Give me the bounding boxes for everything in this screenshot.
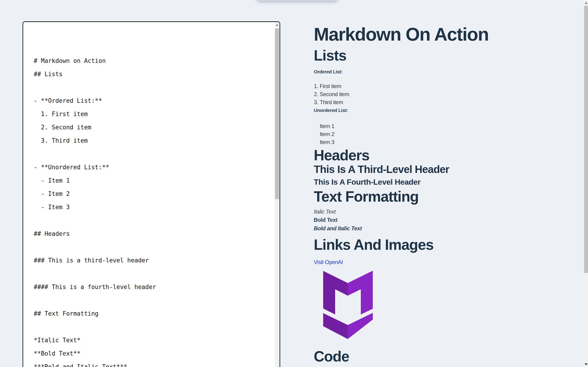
editor-scrollbar-thumb[interactable] [275, 28, 279, 199]
preview-title: Markdown On Action [314, 24, 583, 45]
ordered-list-label: Ordered List: [314, 68, 583, 76]
arrow-down-icon [585, 363, 588, 365]
editor-scrollbar[interactable] [275, 22, 279, 367]
arrow-up-icon [585, 2, 588, 4]
list-item: Item 2 [320, 130, 583, 138]
unordered-list: Item 1 Item 2 Item 3 [314, 122, 583, 146]
visit-openai-link[interactable]: Visit OpenAI [314, 259, 343, 265]
preview-heading-links-and-images: Links And Images [314, 237, 583, 253]
list-item: Third item [320, 98, 583, 106]
preview-fourth-level-header: This Is A Fourth-Level Header [314, 177, 583, 187]
bold-italic-text-sample: Bold and Italic Text [314, 224, 583, 233]
page-scrollbar-thumb[interactable] [584, 6, 588, 273]
preview-third-level-header: This Is A Third-Level Header [314, 163, 583, 175]
preview-heading-lists: Lists [314, 48, 583, 64]
markdown-source-textarea[interactable]: # Markdown on Action ## Lists - **Ordere… [23, 22, 275, 367]
page-scrollbar[interactable] [584, 0, 588, 367]
page-scrollbar-up-button[interactable] [584, 0, 588, 6]
editor-scrollbar-up-button[interactable] [275, 22, 279, 27]
list-item: Item 3 [320, 138, 583, 146]
markdown-logo [323, 271, 373, 339]
markdown-logo-image [323, 271, 373, 339]
logo-letter-m [323, 271, 373, 315]
unordered-list-label: Unordered List: [314, 106, 583, 114]
italic-text-sample: Italic Text [314, 208, 583, 216]
list-item: First item [320, 82, 583, 90]
bold-text-sample: Bold Text [314, 216, 583, 224]
logo-down-chevron [323, 313, 373, 339]
link-paragraph: Visit OpenAI [314, 258, 583, 266]
page-scrollbar-down-button[interactable] [584, 361, 588, 367]
markdown-preview-pane: Markdown On Action Lists Ordered List: F… [308, 0, 583, 365]
preview-heading-headers: Headers [314, 147, 583, 163]
preview-heading-code: Code [314, 348, 583, 365]
preview-heading-text-formatting: Text Formatting [314, 189, 583, 205]
markdown-editor-container: # Markdown on Action ## Lists - **Ordere… [23, 21, 280, 367]
arrow-up-icon [275, 24, 279, 26]
list-item: Item 1 [320, 122, 583, 130]
list-item: Second item [320, 90, 583, 98]
ordered-list: First item Second item Third item [314, 82, 583, 106]
